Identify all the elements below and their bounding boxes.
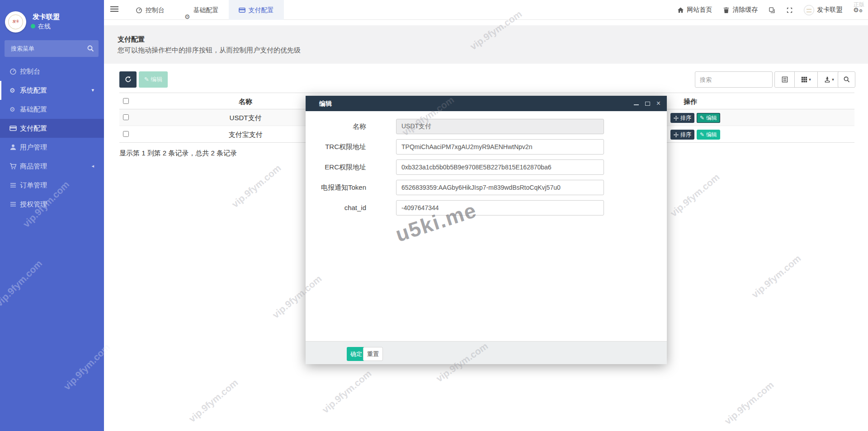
chevron-left-icon: ◂ <box>91 157 94 176</box>
chevron-down-icon: ▾ <box>91 81 94 100</box>
language-switch-button[interactable] <box>769 7 775 14</box>
name-field <box>396 119 604 134</box>
list-icon <box>9 201 17 208</box>
watermark-text: vip.9fym.com <box>230 163 283 210</box>
record-count-summary: 显示第 1 到第 2 条记录，总共 2 条记录 <box>119 149 237 158</box>
column-header-operations: 操作 <box>684 93 697 110</box>
row-checkbox[interactable] <box>123 114 129 120</box>
dialog-body: 名称 TRC权限地址 ERC权限地址 电报通知Token chat_id <box>306 111 667 341</box>
dialog-header[interactable]: 编辑 × <box>306 96 667 111</box>
sidebar-item-payment-config[interactable]: 支付配置 <box>0 119 104 138</box>
detail-view-icon <box>782 76 788 83</box>
field-label-erc-address: ERC权限地址 <box>306 159 396 175</box>
caret-down-icon: ▾ <box>832 77 834 82</box>
online-status-label: 在线 <box>38 23 51 31</box>
tab-dashboard[interactable]: 控制台 <box>126 0 175 20</box>
dialog-title: 编辑 <box>319 96 332 111</box>
sidebar-item-license-management[interactable]: 授权管理 <box>0 195 104 214</box>
credit-card-icon <box>9 125 17 132</box>
row-edit-button[interactable]: ✎ 编辑 <box>697 130 720 140</box>
sidebar-search <box>5 40 99 57</box>
toggle-view-button[interactable] <box>774 71 795 88</box>
refresh-icon <box>125 76 132 83</box>
search-submit-button[interactable] <box>838 71 855 88</box>
gear-icon: ⚙ <box>9 100 17 119</box>
close-icon[interactable]: × <box>656 100 660 107</box>
fullscreen-button[interactable] <box>786 7 793 14</box>
watermark-text: vip.9fym.com <box>750 253 803 300</box>
telegram-token-field[interactable] <box>396 180 604 195</box>
columns-grid-icon <box>801 76 807 83</box>
sidebar: 发卡 发卡联盟 在线 控制台 ⚙ 系统配置 ▾ ⚙ 基础配置 支付配置 用户管理 <box>0 0 104 431</box>
trash-icon <box>723 7 730 14</box>
row-checkbox[interactable] <box>123 131 129 137</box>
online-status-dot <box>31 24 35 28</box>
tab-payment-config[interactable]: 支付配置 <box>229 0 284 20</box>
page-subtitle: 您可以拖动操作栏中的排序按钮，从而控制用户支付的优先级 <box>118 46 301 55</box>
user-menu[interactable]: 发卡联盟 <box>804 5 842 15</box>
select-all-checkbox[interactable] <box>123 98 129 104</box>
hamburger-menu-icon[interactable] <box>110 6 118 13</box>
search-icon <box>843 76 850 83</box>
sort-drag-button[interactable]: 排序 <box>670 130 694 140</box>
edit-dialog: 编辑 × 名称 TRC权限地址 ERC权限地址 电报通知Token chat_i… <box>306 96 667 364</box>
trc-address-field[interactable] <box>396 139 604 155</box>
row-edit-button[interactable]: ✎ 编辑 <box>697 113 720 123</box>
pencil-icon: ✎ <box>700 131 704 138</box>
columns-dropdown-button[interactable]: ▾ <box>794 71 818 88</box>
field-label-name: 名称 <box>306 119 396 134</box>
credit-card-icon <box>239 7 245 14</box>
dashboard-icon <box>136 7 142 14</box>
sidebar-item-dashboard[interactable]: 控制台 <box>0 62 104 81</box>
watermark-text: vip.9fym.com <box>320 368 373 416</box>
sidebar-item-order-management[interactable]: 订单管理 <box>0 176 104 195</box>
cart-icon <box>9 163 17 170</box>
navbar-tabs: 控制台 ⚙ 基础配置 支付配置 <box>126 0 284 20</box>
edit-toolbar-button[interactable]: ✎ 编辑 <box>139 71 168 88</box>
maximize-icon[interactable] <box>645 102 650 106</box>
brand-logo-avatar[interactable]: 发卡 <box>5 11 26 33</box>
field-label-trc-address: TRC权限地址 <box>306 139 396 155</box>
column-header-name: 名称 <box>239 93 252 110</box>
gear-icon: ⚙ <box>184 7 190 14</box>
caret-down-icon: ▾ <box>809 77 811 82</box>
site-home-link[interactable]: 网站首页 <box>677 6 712 14</box>
top-navbar: 控制台 ⚙ 基础配置 支付配置 网站首页 清除缓存 发卡联盟 <box>104 0 868 20</box>
cogs-icon: ⚙⚙ <box>853 6 863 14</box>
user-avatar <box>804 5 814 15</box>
field-label-telegram-token: 电报通知Token <box>306 180 396 195</box>
payment-name: 支付宝支付 <box>229 126 263 143</box>
fullscreen-icon <box>786 7 793 14</box>
clear-cache-button[interactable]: 清除缓存 <box>723 6 758 14</box>
search-icon <box>87 45 94 52</box>
refresh-button[interactable] <box>119 71 137 88</box>
field-label-chat-id: chat_id <box>306 200 396 216</box>
pencil-icon: ✎ <box>144 76 149 83</box>
page-title: 支付配置 <box>118 35 145 44</box>
sort-drag-button[interactable]: 排序 <box>670 113 694 123</box>
sidebar-item-user-management[interactable]: 用户管理 <box>0 138 104 157</box>
pencil-icon: ✎ <box>700 115 704 121</box>
brand-name: 发卡联盟 <box>33 13 60 21</box>
move-icon <box>674 132 679 137</box>
sidebar-search-input[interactable] <box>11 40 83 57</box>
table-search-input[interactable] <box>695 71 773 88</box>
list-icon <box>9 182 17 189</box>
sidebar-item-basic-config[interactable]: ⚙ 基础配置 <box>0 100 104 119</box>
watermark-text: vip.9fym.com <box>187 377 240 425</box>
gear-icon: ⚙ <box>9 81 17 100</box>
chat-id-field[interactable] <box>396 200 604 216</box>
reset-button[interactable]: 重置 <box>363 347 383 361</box>
minimize-icon[interactable] <box>634 104 639 105</box>
navbar-right-menu: 网站首页 清除缓存 发卡联盟 ⚙⚙ <box>677 0 863 20</box>
settings-menu-button[interactable]: ⚙⚙ <box>853 6 863 14</box>
tab-basic-config[interactable]: ⚙ 基础配置 <box>175 0 229 20</box>
watermark-text: vip.9fym.com <box>668 172 722 219</box>
table-view-toolbar: ▾ ▾ <box>774 71 841 88</box>
erc-address-field[interactable] <box>396 159 604 175</box>
sidebar-item-system-config[interactable]: ⚙ 系统配置 ▾ <box>0 81 104 100</box>
dialog-footer: 确定 重置 <box>306 341 667 364</box>
sidebar-item-product-management[interactable]: 商品管理 ◂ <box>0 157 104 176</box>
watermark-text: vip.9fym.com <box>722 379 776 427</box>
home-icon <box>677 7 684 14</box>
